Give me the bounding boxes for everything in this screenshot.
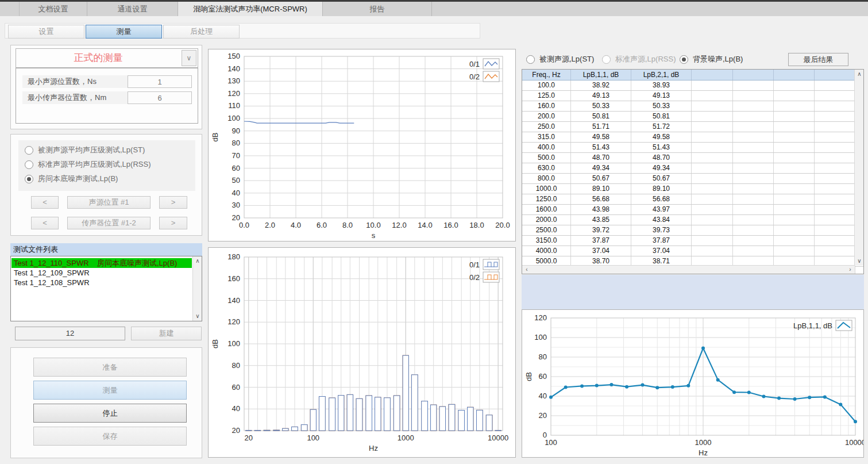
source-position-next-button[interactable]: > [159, 196, 187, 209]
sub-tab-1[interactable]: 设置 [8, 25, 84, 39]
table-row[interactable]: 2000.043.8543.84 [522, 215, 863, 225]
file-count-button[interactable]: 12 [15, 327, 125, 340]
table-row[interactable]: 1600.043.9843.97 [522, 205, 863, 215]
chevron-up-icon[interactable]: ∧ [855, 70, 864, 79]
column-header[interactable] [815, 70, 855, 80]
chevron-down-icon[interactable]: ∨ [855, 256, 864, 266]
svg-text:100: 100 [307, 434, 319, 442]
svg-text:40: 40 [232, 189, 240, 197]
table-row[interactable]: 630.049.3449.34 [522, 163, 863, 174]
table-cell [692, 153, 733, 163]
table-row[interactable]: 800.050.6750.67 [522, 174, 863, 184]
result-type-radio-3[interactable]: 背景噪声,Lp(B) [680, 54, 743, 64]
table-cell [733, 225, 774, 235]
table-cell [733, 91, 774, 101]
table-cell [774, 132, 815, 142]
final-result-button[interactable]: 最后结果 [788, 53, 848, 66]
chevron-left-icon[interactable]: ‹ [522, 265, 531, 274]
result-type-radio-1[interactable]: 被测声源,Lp(ST) [526, 54, 594, 64]
table-cell [692, 205, 733, 214]
source-position-button[interactable]: 声源位置 #1 [67, 196, 151, 209]
main-tab-2[interactable]: 通道设置 [87, 2, 178, 16]
table-cell: 56.68 [631, 194, 692, 204]
list-item[interactable]: Test 1_12_109_SPWR [11, 268, 192, 278]
column-header[interactable]: Freq., Hz [522, 70, 571, 80]
svg-text:14.0: 14.0 [418, 221, 432, 229]
chevron-down-icon[interactable]: ∨ [193, 312, 202, 321]
test-type-radio-label: 标准声源平均声压级测试,Lp(RSS) [38, 159, 151, 170]
svg-text:20: 20 [245, 434, 253, 442]
min-mic-positions-input[interactable] [128, 91, 192, 104]
svg-text:110: 110 [228, 101, 240, 110]
new-file-button[interactable]: 新建 [131, 327, 202, 340]
main-tab-4[interactable]: 报告 [323, 2, 432, 16]
stop-button[interactable]: 停止 [33, 404, 187, 423]
table-row[interactable]: 1000.089.1089.10 [522, 184, 863, 194]
test-type-radio-1[interactable]: 被测声源平均声压级测试,Lp(ST) [25, 145, 145, 155]
sub-tab-3[interactable]: 后处理 [163, 25, 240, 39]
file-list-scrollbar[interactable]: ∧ ∨ [192, 256, 202, 321]
column-header[interactable] [692, 70, 733, 80]
table-row[interactable]: 400.051.4351.43 [522, 143, 863, 153]
main-tab-1[interactable]: 文档设置 [20, 2, 87, 16]
column-header[interactable]: LpB,1,1, dB [571, 70, 631, 80]
test-type-radio-3[interactable]: 房间本底噪声测试,Lp(B) [25, 174, 118, 184]
mic-position-next-button[interactable]: > [159, 217, 187, 229]
table-cell [774, 80, 815, 90]
table-row[interactable]: 3150.037.8737.87 [522, 236, 863, 246]
save-button[interactable]: 保存 [33, 427, 187, 446]
chevron-right-icon[interactable]: › [846, 265, 855, 274]
table-cell: 3150.0 [522, 236, 571, 246]
column-header[interactable] [733, 70, 774, 80]
measure-button[interactable]: 测量 [33, 381, 187, 400]
table-cell: 160.0 [522, 101, 571, 111]
sub-tab-2[interactable]: 测量 [86, 25, 162, 39]
table-cell [815, 163, 855, 173]
svg-text:Hz: Hz [699, 448, 708, 457]
table-row[interactable]: 160.050.3350.33 [522, 101, 863, 112]
table-cell [733, 194, 774, 204]
list-item[interactable]: Test 1_12_110_SPWR 房间本底噪声测试,Lp(B) [11, 258, 192, 268]
table-row[interactable]: 125.049.1349.13 [522, 91, 863, 101]
test-type-radio-label: 被测声源平均声压级测试,Lp(ST) [38, 145, 145, 155]
table-hscrollbar[interactable]: ‹ › [522, 265, 855, 274]
test-type-radio-2[interactable]: 标准声源平均声压级测试,Lp(RSS) [25, 159, 151, 170]
column-header[interactable]: LpB,2,1, dB [631, 70, 692, 80]
chevron-down-icon[interactable]: ∨ [182, 50, 196, 66]
table-row[interactable]: 4000.037.0437.04 [522, 246, 863, 256]
table-row[interactable]: 100.038.9238.93 [522, 80, 863, 91]
svg-text:1000: 1000 [695, 438, 712, 447]
test-type-panel: 被测声源平均声压级测试,Lp(ST)标准声源平均声压级测试,Lp(RSS)房间本… [10, 134, 202, 236]
table-row[interactable]: 250.051.7151.72 [522, 122, 863, 132]
list-item[interactable]: Test 1_12_108_SPWR [11, 278, 192, 287]
test-file-list[interactable]: ∧ ∨ Test 1_12_110_SPWR 房间本底噪声测试,Lp(B)Tes… [10, 256, 202, 321]
table-cell: 49.13 [631, 91, 692, 101]
table-cell [692, 184, 733, 194]
min-mic-positions-label: 最小传声器位置数，Nm [22, 91, 128, 104]
svg-text:40: 40 [232, 404, 240, 413]
mic-position-button[interactable]: 传声器位置 #1-2 [67, 217, 151, 229]
result-type-radio-2[interactable]: 标准声源,Lp(RSS) [602, 54, 676, 64]
results-table-body[interactable]: 100.038.9238.93125.049.1349.13160.050.33… [522, 80, 863, 274]
min-source-positions-input[interactable] [128, 75, 192, 88]
table-cell [774, 163, 815, 173]
main-tab-3[interactable]: 混响室法测试声功率(MCR-SPWR) [178, 2, 323, 16]
table-row[interactable]: 500.048.7048.70 [522, 153, 863, 163]
table-cell: 51.72 [631, 122, 692, 132]
table-row[interactable]: 2500.039.7239.73 [522, 225, 863, 236]
table-row[interactable]: 315.049.5849.58 [522, 132, 863, 143]
mic-position-prev-button[interactable]: < [31, 217, 59, 229]
measurement-mode-select[interactable]: 正式的测量 ∨ [16, 48, 198, 68]
column-header[interactable] [774, 70, 815, 80]
chevron-up-icon[interactable]: ∧ [193, 256, 202, 266]
prepare-button[interactable]: 准备 [33, 358, 187, 377]
table-cell [733, 101, 774, 111]
table-vscrollbar[interactable]: ∧ ∨ [854, 70, 863, 266]
table-cell: 315.0 [522, 132, 571, 142]
table-row[interactable]: 200.050.8150.81 [522, 112, 863, 122]
svg-text:Hz: Hz [369, 444, 378, 453]
table-cell [815, 91, 855, 101]
table-row[interactable]: 1250.056.6856.68 [522, 194, 863, 205]
table-cell [815, 80, 855, 90]
source-position-prev-button[interactable]: < [31, 196, 59, 209]
